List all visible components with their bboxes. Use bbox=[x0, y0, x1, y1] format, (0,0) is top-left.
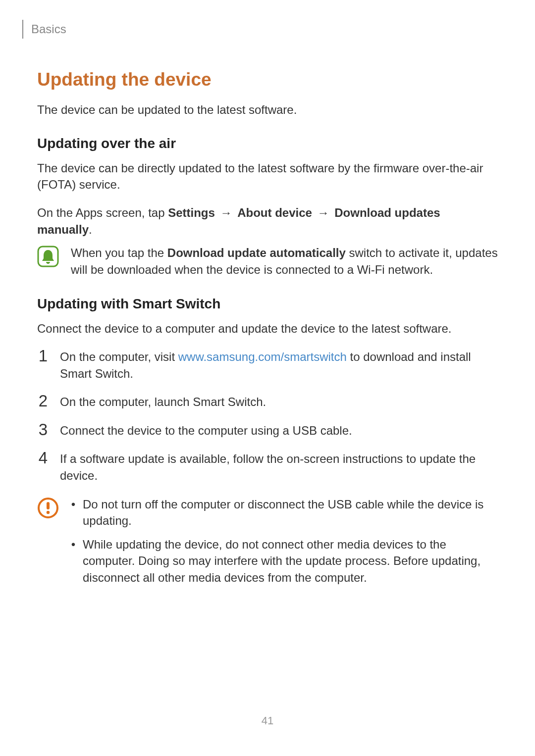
ss-intro: Connect the device to a computer and upd… bbox=[37, 321, 498, 337]
step-number: 1 bbox=[37, 348, 49, 364]
warning-list: • Do not turn off the computer or discon… bbox=[71, 496, 498, 593]
bullet-icon: • bbox=[71, 496, 76, 529]
breadcrumb-rule: Basics bbox=[22, 20, 498, 39]
warning-1-text: Do not turn off the computer or disconne… bbox=[83, 496, 498, 529]
page-title: Updating the device bbox=[37, 69, 498, 90]
bullet-icon: • bbox=[71, 536, 76, 586]
step-4-text: If a software update is available, follo… bbox=[60, 451, 498, 484]
note-bold: Download update automatically bbox=[167, 246, 346, 259]
step-3: 3 Connect the device to the computer usi… bbox=[37, 422, 498, 439]
arrow-icon: → bbox=[218, 206, 234, 219]
warning-item: • Do not turn off the computer or discon… bbox=[71, 496, 498, 529]
step-number: 2 bbox=[37, 393, 49, 409]
step-2-text: On the computer, launch Smart Switch. bbox=[60, 394, 498, 410]
arrow-icon: → bbox=[316, 206, 331, 219]
step-3-text: Connect the device to the computer using… bbox=[60, 422, 498, 439]
section-heading-ota: Updating over the air bbox=[37, 136, 498, 151]
warning-2-text: While updating the device, do not connec… bbox=[83, 536, 498, 586]
svg-rect-2 bbox=[47, 502, 50, 509]
s1-pre: On the computer, visit bbox=[60, 350, 175, 363]
step-1-text: On the computer, visit www.samsung.com/s… bbox=[60, 349, 498, 382]
path-seg-settings: Settings bbox=[168, 206, 215, 219]
step-number: 3 bbox=[37, 421, 49, 438]
page-number: 41 bbox=[0, 714, 535, 727]
step-number: 4 bbox=[37, 450, 49, 466]
note-callout: When you tap the Download update automat… bbox=[37, 245, 498, 278]
note-text: When you tap the Download update automat… bbox=[71, 245, 498, 278]
step-2: 2 On the computer, launch Smart Switch. bbox=[37, 394, 498, 410]
smartswitch-link[interactable]: www.samsung.com/smartswitch bbox=[178, 350, 347, 363]
bell-note-icon bbox=[37, 246, 59, 267]
svg-point-3 bbox=[47, 510, 50, 513]
warning-callout: • Do not turn off the computer or discon… bbox=[37, 496, 498, 593]
path-prefix: On the Apps screen, tap bbox=[37, 206, 165, 219]
ota-para1: The device can be directly updated to th… bbox=[37, 160, 498, 193]
breadcrumb: Basics bbox=[31, 22, 66, 36]
note-pre: When you tap the bbox=[71, 246, 164, 259]
step-1: 1 On the computer, visit www.samsung.com… bbox=[37, 349, 498, 382]
intro-text: The device can be updated to the latest … bbox=[37, 102, 498, 118]
section-heading-ss: Updating with Smart Switch bbox=[37, 296, 498, 312]
warning-item: • While updating the device, do not conn… bbox=[71, 536, 498, 586]
caution-icon bbox=[37, 497, 59, 519]
step-4: 4 If a software update is available, fol… bbox=[37, 451, 498, 484]
path-seg-about: About device bbox=[237, 206, 312, 219]
ota-nav-path: On the Apps screen, tap Settings → About… bbox=[37, 204, 498, 238]
